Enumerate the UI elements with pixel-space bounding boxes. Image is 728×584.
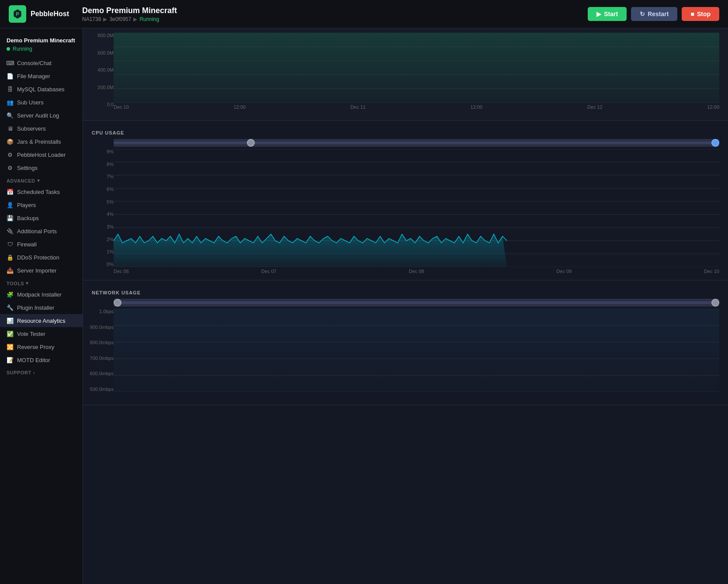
port-icon: 🔌	[7, 228, 14, 235]
cpu-x5: Dec 10	[704, 269, 719, 274]
file-icon: 📄	[7, 73, 14, 79]
net-y3: 700.0mbps	[85, 356, 114, 361]
cpu-y4: 4%	[85, 211, 114, 217]
sidebar-item-analytics[interactable]: 📊 Resource Analytics	[0, 314, 83, 327]
modpack-icon: 🧩	[7, 291, 14, 298]
box-icon: 📦	[7, 138, 14, 145]
sidebar-item-ddos[interactable]: 🔒 DDoS Protection	[0, 251, 83, 264]
sidebar-item-loader[interactable]: ⚙ PebbleHost Loader	[0, 148, 83, 161]
main-layout: Demo Premium Minecraft Running ⌨ Console…	[0, 28, 728, 584]
sidebar-item-label: Reverse Proxy	[17, 344, 54, 350]
sidebar-item-label: MySQL Databases	[17, 86, 65, 93]
cpu-y5: 5%	[85, 199, 114, 204]
database-icon: 🗄	[7, 86, 14, 93]
sidebar-item-firewall[interactable]: 🛡 Firewall	[0, 238, 83, 251]
logo-icon: P	[9, 5, 26, 23]
net-y1: 500.0mbps	[85, 387, 114, 392]
shield-icon: 🛡	[7, 241, 14, 248]
net-range-right-handle[interactable]	[711, 299, 719, 307]
memory-chart-svg	[114, 33, 719, 103]
sidebar-item-subusers[interactable]: 👥 Sub Users	[0, 96, 83, 109]
chevron-down-icon: ▾	[37, 178, 40, 183]
sidebar-item-subservers[interactable]: 🖥 Subservers	[0, 122, 83, 135]
sidebar-item-label: Firewall	[17, 241, 37, 248]
sidebar-item-console[interactable]: ⌨ Console/Chat	[0, 56, 83, 69]
sidebar-item-modpack[interactable]: 🧩 Modpack Installer	[0, 288, 83, 301]
support-section-label[interactable]: SUPPORT ›	[0, 366, 83, 377]
sidebar-item-label: Sub Users	[17, 99, 44, 106]
cpu-x1: Dec 06	[114, 269, 129, 274]
mem-x5: Dec 12	[587, 104, 603, 110]
cpu-x4: Dec 09	[556, 269, 572, 274]
sidebar-item-scheduled[interactable]: 📅 Scheduled Tasks	[0, 185, 83, 198]
net-y6: 1.0bps	[85, 309, 114, 314]
cpu-y1: 1%	[85, 249, 114, 254]
stop-button[interactable]: ■ Stop	[682, 7, 719, 21]
calendar-icon: 📅	[7, 188, 14, 195]
start-icon: ▶	[596, 10, 601, 17]
svg-rect-8	[114, 33, 719, 103]
sidebar-item-label: Server Audit Log	[17, 112, 59, 119]
cpu-y0: 0%	[85, 262, 114, 267]
sidebar-item-label: Additional Ports	[17, 228, 57, 235]
breadcrumb-na: NA1738	[82, 16, 101, 22]
tools-section-label[interactable]: TOOLS ▾	[0, 277, 83, 288]
mem-y3: 400.0M	[85, 67, 114, 73]
cpu-range-left-handle[interactable]	[247, 139, 255, 147]
network-chart-container: NETWORK USAGE 1.0bps 900.0mbps 800.0mbps…	[83, 285, 728, 405]
net-range-left-handle[interactable]	[114, 299, 121, 307]
sidebar-item-auditlog[interactable]: 🔍 Server Audit Log	[0, 109, 83, 122]
sidebar-item-importer[interactable]: 📥 Server Importer	[0, 264, 83, 277]
sidebar-item-motd[interactable]: 📝 MOTD Editor	[0, 353, 83, 366]
sidebar-item-players[interactable]: 👤 Players	[0, 198, 83, 211]
svg-text:P: P	[16, 11, 19, 17]
net-y4: 800.0mbps	[85, 340, 114, 345]
net-y2: 600.0mbps	[85, 371, 114, 376]
sidebar-item-vote[interactable]: ✅ Vote Tester	[0, 327, 83, 340]
import-icon: 📥	[7, 267, 14, 274]
cpu-range-right-handle[interactable]	[711, 139, 719, 147]
mem-y4: 600.0M	[85, 50, 114, 55]
breadcrumb-arrow2: ▶	[133, 16, 137, 22]
sidebar-item-ports[interactable]: 🔌 Additional Ports	[0, 225, 83, 238]
server-info: Demo Premium Minecraft NA1738 ▶ 3e0f0957…	[82, 6, 588, 22]
cpu-chart-svg	[114, 149, 719, 267]
sidebar-item-plugin[interactable]: 🔧 Plugin Installer	[0, 301, 83, 314]
advanced-section-label[interactable]: ADVANCED ▾	[0, 174, 83, 185]
memory-chart-container: 800.0M 600.0M 400.0M 200.0M 0.0	[83, 28, 728, 121]
sidebar-item-filemanager[interactable]: 📄 File Manager	[0, 69, 83, 83]
vote-icon: ✅	[7, 330, 14, 337]
mem-x4: 12:00	[471, 104, 483, 110]
sidebar-item-mysql[interactable]: 🗄 MySQL Databases	[0, 83, 83, 96]
cpu-x2: Dec 07	[261, 269, 277, 274]
terminal-icon: ⌨	[7, 59, 14, 66]
net-y5: 900.0mbps	[85, 325, 114, 330]
mem-x3: Dec 11	[350, 104, 366, 110]
mem-y2: 200.0M	[85, 85, 114, 90]
sidebar-item-label: Resource Analytics	[17, 318, 66, 324]
sidebar-item-proxy[interactable]: 🔀 Reverse Proxy	[0, 340, 83, 353]
header-buttons: ▶ Start ↻ Restart ■ Stop	[588, 7, 719, 21]
status-dot	[7, 47, 10, 51]
sidebar-item-label: File Manager	[17, 73, 50, 79]
cpu-y2: 2%	[85, 237, 114, 242]
cpu-y7: 7%	[85, 174, 114, 179]
sidebar-item-settings[interactable]: ⚙ Settings	[0, 161, 83, 174]
start-button[interactable]: ▶ Start	[588, 7, 627, 21]
sidebar-item-label: Settings	[17, 165, 38, 171]
sidebar-item-label: Modpack Installer	[17, 291, 62, 298]
restart-button[interactable]: ↻ Restart	[631, 7, 677, 21]
sidebar-item-label: Subservers	[17, 125, 46, 132]
breadcrumb: NA1738 ▶ 3e0f0957 ▶ Running	[82, 16, 588, 22]
network-chart-title: NETWORK USAGE	[83, 285, 728, 299]
backup-icon: 💾	[7, 214, 14, 221]
analytics-icon: 📊	[7, 317, 14, 324]
sidebar-item-label: Server Importer	[17, 267, 56, 274]
sidebar-item-label: Console/Chat	[17, 60, 52, 66]
sidebar-status: Running	[0, 46, 83, 56]
sidebar-item-jars[interactable]: 📦 Jars & Preinstalls	[0, 135, 83, 148]
breadcrumb-id: 3e0f0957	[109, 16, 131, 22]
server-title: Demo Premium Minecraft	[82, 6, 588, 15]
sidebar-item-label: Players	[17, 202, 36, 208]
sidebar-item-backups[interactable]: 💾 Backups	[0, 211, 83, 225]
